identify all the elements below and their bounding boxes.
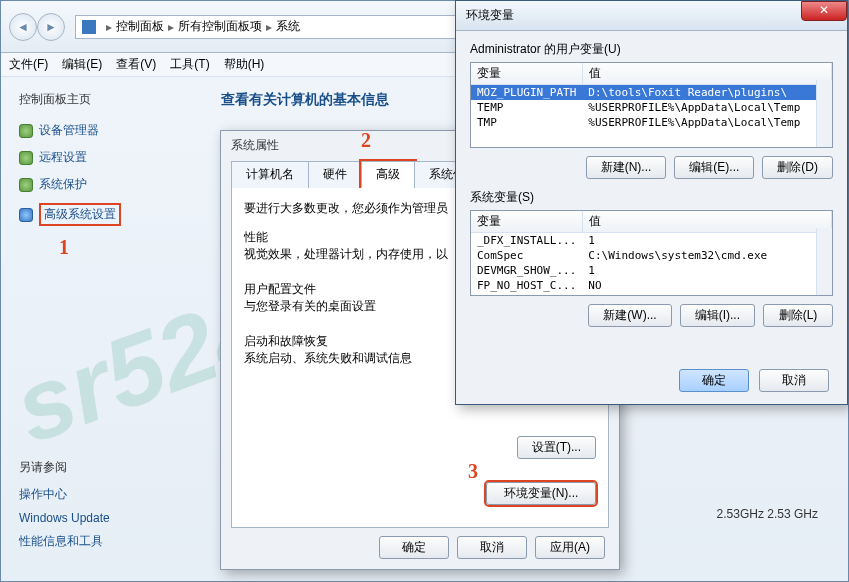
- table-row[interactable]: MOZ_PLUGIN_PATHD:\tools\Foxit Reader\plu…: [471, 85, 832, 101]
- col-variable[interactable]: 变量: [471, 211, 582, 233]
- link-windows-update[interactable]: Windows Update: [19, 511, 183, 525]
- scrollbar[interactable]: [816, 228, 832, 295]
- sys-vars-list[interactable]: 变量值 _DFX_INSTALL...1 ComSpecC:\Windows\s…: [470, 210, 833, 296]
- menu-edit[interactable]: 编辑(E): [62, 56, 102, 73]
- see-also-header: 另请参阅: [19, 459, 183, 476]
- tab-advanced[interactable]: 高级: [361, 161, 415, 188]
- breadcrumb[interactable]: 所有控制面板项: [178, 18, 262, 35]
- chevron-right-icon: ▸: [266, 20, 272, 34]
- sidebar-item-remote[interactable]: 远程设置: [19, 149, 183, 166]
- chevron-right-icon: ▸: [168, 20, 174, 34]
- link-perf-tools[interactable]: 性能信息和工具: [19, 533, 183, 550]
- shield-icon: [19, 151, 33, 165]
- close-button[interactable]: ✕: [801, 1, 847, 21]
- annotation-2: 2: [361, 129, 371, 152]
- ok-button[interactable]: 确定: [679, 369, 749, 392]
- table-row[interactable]: ComSpecC:\Windows\system32\cmd.exe: [471, 248, 832, 263]
- sys-vars-label: 系统变量(S): [470, 189, 833, 206]
- dialog-titlebar: 环境变量 ✕: [456, 1, 847, 31]
- control-panel-icon: [82, 20, 96, 34]
- menu-view[interactable]: 查看(V): [116, 56, 156, 73]
- table-row[interactable]: _DFX_INSTALL...1: [471, 233, 832, 249]
- tab-hardware[interactable]: 硬件: [308, 161, 362, 188]
- nav-buttons: ◄ ►: [9, 13, 65, 41]
- settings-button[interactable]: 设置(T)...: [517, 436, 596, 459]
- sidebar: 控制面板主页 设备管理器 远程设置 系统保护 高级系统设置 1 另请参阅 操作中…: [1, 77, 201, 581]
- edit-sys-button[interactable]: 编辑(I)...: [680, 304, 755, 327]
- menu-help[interactable]: 帮助(H): [224, 56, 265, 73]
- ok-button[interactable]: 确定: [379, 536, 449, 559]
- breadcrumb[interactable]: 系统: [276, 18, 300, 35]
- delete-sys-button[interactable]: 删除(L): [763, 304, 833, 327]
- table-row[interactable]: TMP%USERPROFILE%\AppData\Local\Temp: [471, 115, 832, 130]
- shield-icon: [19, 208, 33, 222]
- link-action-center[interactable]: 操作中心: [19, 486, 183, 503]
- menu-file[interactable]: 文件(F): [9, 56, 48, 73]
- user-vars-label: Administrator 的用户变量(U): [470, 41, 833, 58]
- table-row[interactable]: FP_NO_HOST_C...NO: [471, 278, 832, 293]
- tab-computer-name[interactable]: 计算机名: [231, 161, 309, 188]
- sidebar-item-protection[interactable]: 系统保护: [19, 176, 183, 193]
- sidebar-item-label: 高级系统设置: [39, 203, 121, 226]
- dialog-title: 环境变量: [466, 7, 514, 24]
- forward-button[interactable]: ►: [37, 13, 65, 41]
- sidebar-item-label: 系统保护: [39, 176, 87, 193]
- col-value[interactable]: 值: [582, 63, 831, 85]
- table-row[interactable]: TEMP%USERPROFILE%\AppData\Local\Temp: [471, 100, 832, 115]
- cpu-info: 2.53GHz 2.53 GHz: [717, 507, 818, 521]
- shield-icon: [19, 178, 33, 192]
- scrollbar[interactable]: [816, 80, 832, 147]
- col-value[interactable]: 值: [582, 211, 831, 233]
- annotation-1: 1: [59, 236, 183, 259]
- cancel-button[interactable]: 取消: [759, 369, 829, 392]
- sidebar-item-advanced[interactable]: 高级系统设置: [19, 203, 183, 226]
- delete-user-button[interactable]: 删除(D): [762, 156, 833, 179]
- cancel-button[interactable]: 取消: [457, 536, 527, 559]
- back-button[interactable]: ◄: [9, 13, 37, 41]
- new-user-button[interactable]: 新建(N)...: [586, 156, 667, 179]
- apply-button[interactable]: 应用(A): [535, 536, 605, 559]
- edit-user-button[interactable]: 编辑(E)...: [674, 156, 754, 179]
- sidebar-header: 控制面板主页: [19, 91, 183, 108]
- menu-tools[interactable]: 工具(T): [170, 56, 209, 73]
- shield-icon: [19, 124, 33, 138]
- sidebar-item-label: 设备管理器: [39, 122, 99, 139]
- env-variables-dialog: 环境变量 ✕ Administrator 的用户变量(U) 变量值 MOZ_PL…: [455, 0, 848, 405]
- breadcrumb[interactable]: 控制面板: [116, 18, 164, 35]
- sidebar-item-device-manager[interactable]: 设备管理器: [19, 122, 183, 139]
- env-var-button[interactable]: 环境变量(N)...: [486, 482, 596, 505]
- col-variable[interactable]: 变量: [471, 63, 582, 85]
- user-vars-list[interactable]: 变量值 MOZ_PLUGIN_PATHD:\tools\Foxit Reader…: [470, 62, 833, 148]
- chevron-right-icon: ▸: [106, 20, 112, 34]
- table-row[interactable]: DEVMGR_SHOW_...1: [471, 263, 832, 278]
- sidebar-item-label: 远程设置: [39, 149, 87, 166]
- annotation-3: 3: [468, 460, 478, 483]
- new-sys-button[interactable]: 新建(W)...: [588, 304, 671, 327]
